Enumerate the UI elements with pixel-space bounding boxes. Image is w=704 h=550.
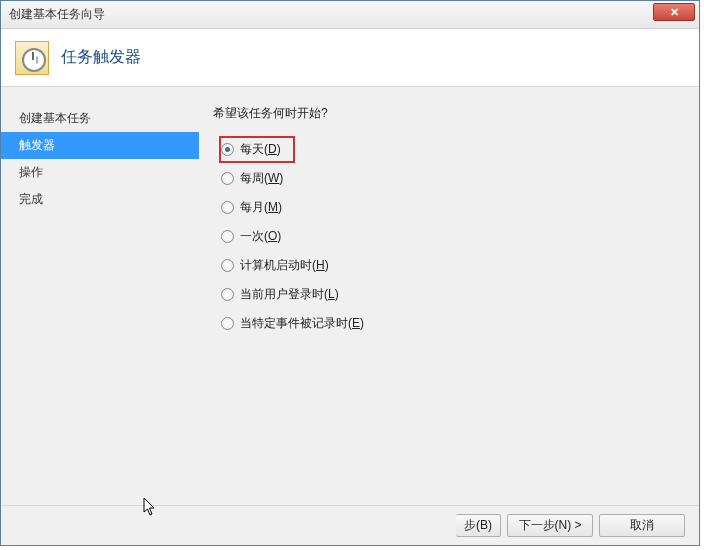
radio-label: 当前用户登录时(L) (240, 286, 339, 303)
radio-icon (221, 259, 234, 272)
sidebar-step-2[interactable]: 操作 (1, 159, 199, 186)
radio-icon (221, 172, 234, 185)
radio-icon (221, 288, 234, 301)
radio-label: 计算机启动时(H) (240, 257, 329, 274)
back-button[interactable]: 步(B) (456, 514, 501, 537)
wizard-footer: 步(B) 下一步(N) > 取消 (1, 505, 699, 545)
radio-icon (221, 201, 234, 214)
trigger-option-o[interactable]: 一次(O) (219, 223, 685, 250)
trigger-option-e[interactable]: 当特定事件被记录时(E) (219, 310, 685, 337)
wizard-sidebar: 创建基本任务触发器操作完成 (1, 87, 199, 505)
wizard-body: 创建基本任务触发器操作完成 希望该任务何时开始? 每天(D)每周(W)每月(M)… (1, 87, 699, 505)
back-button-label: 步(B) (464, 517, 492, 534)
wizard-main: 希望该任务何时开始? 每天(D)每周(W)每月(M)一次(O)计算机启动时(H)… (199, 87, 699, 505)
close-button[interactable]: ✕ (653, 3, 695, 21)
sidebar-step-1[interactable]: 触发器 (1, 132, 199, 159)
sidebar-step-3[interactable]: 完成 (1, 186, 199, 213)
radio-label: 每天(D) (240, 141, 281, 158)
trigger-radio-group: 每天(D)每周(W)每月(M)一次(O)计算机启动时(H)当前用户登录时(L)当… (213, 136, 685, 337)
trigger-option-d[interactable]: 每天(D) (219, 136, 295, 163)
cancel-button[interactable]: 取消 (599, 514, 685, 537)
clock-icon (15, 41, 49, 75)
trigger-option-m[interactable]: 每月(M) (219, 194, 685, 221)
trigger-option-h[interactable]: 计算机启动时(H) (219, 252, 685, 279)
radio-label: 一次(O) (240, 228, 281, 245)
next-button-label: 下一步(N) > (519, 517, 582, 534)
radio-label: 当特定事件被记录时(E) (240, 315, 364, 332)
titlebar: 创建基本任务向导 ✕ (1, 1, 699, 29)
trigger-option-w[interactable]: 每周(W) (219, 165, 685, 192)
wizard-window: 创建基本任务向导 ✕ 任务触发器 创建基本任务触发器操作完成 希望该任务何时开始… (0, 0, 700, 546)
radio-icon (221, 317, 234, 330)
sidebar-step-0[interactable]: 创建基本任务 (1, 105, 199, 132)
cancel-button-label: 取消 (630, 517, 654, 534)
radio-label: 每周(W) (240, 170, 283, 187)
wizard-header: 任务触发器 (1, 29, 699, 87)
radio-label: 每月(M) (240, 199, 282, 216)
trigger-question: 希望该任务何时开始? (213, 105, 685, 122)
radio-icon (221, 143, 234, 156)
page-title: 任务触发器 (61, 47, 141, 68)
radio-icon (221, 230, 234, 243)
window-title: 创建基本任务向导 (9, 6, 105, 23)
trigger-option-l[interactable]: 当前用户登录时(L) (219, 281, 685, 308)
next-button[interactable]: 下一步(N) > (507, 514, 593, 537)
close-icon: ✕ (670, 6, 679, 19)
